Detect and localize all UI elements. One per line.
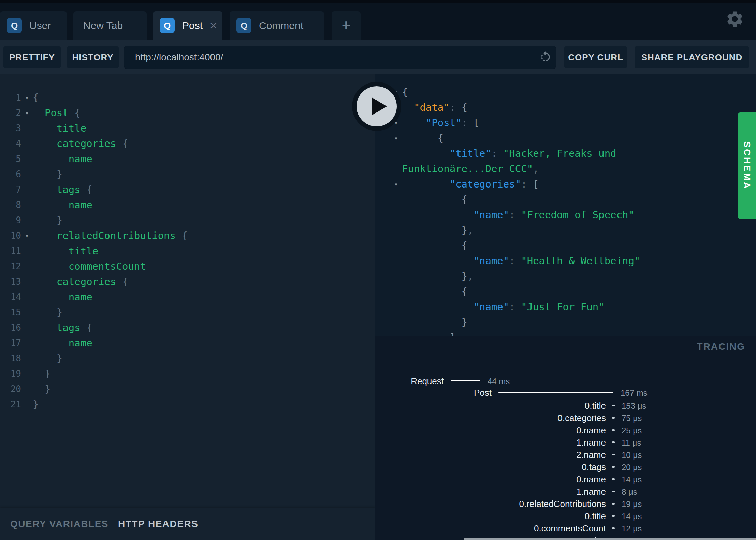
code-line: ] bbox=[375, 330, 756, 336]
tab-comment[interactable]: Q Comment bbox=[230, 11, 324, 40]
fold-spacer bbox=[21, 167, 33, 182]
fold-spacer bbox=[390, 161, 402, 177]
code-text: ] bbox=[402, 330, 455, 336]
tracing-panel: TRACING Request44 msPost167 ms0.title153… bbox=[375, 336, 756, 540]
plus-icon: + bbox=[342, 17, 351, 34]
code-text: { bbox=[402, 284, 467, 299]
code-line: 1▾{ bbox=[0, 90, 375, 105]
toolbar: PRETTIFY HISTORY COPY CURL SHARE PLAYGRO… bbox=[0, 40, 756, 74]
query-variables-tab[interactable]: QUERY VARIABLES bbox=[10, 519, 108, 529]
tracing-row: 0.title153 μs bbox=[375, 401, 756, 413]
code-text: "name": "Just For Fun" bbox=[402, 299, 605, 315]
http-headers-tab[interactable]: HTTP HEADERS bbox=[118, 519, 198, 529]
code-text: } bbox=[33, 397, 39, 412]
line-number: 15 bbox=[0, 305, 21, 320]
code-line: ▾ { bbox=[375, 131, 756, 146]
tab-user[interactable]: Q User bbox=[0, 11, 67, 40]
tracing-row: 0.relatedContributions19 μs bbox=[375, 499, 756, 511]
tracing-row: 0.name25 μs bbox=[375, 425, 756, 437]
play-icon bbox=[351, 81, 402, 132]
tracing-field-dot bbox=[612, 441, 615, 443]
fold-spacer bbox=[390, 192, 402, 207]
line-number: 19 bbox=[0, 366, 21, 381]
graphql-playground-window: Q User New Tab Q Post ✕ Q Comment + PRET… bbox=[0, 0, 756, 540]
query-badge-icon: Q bbox=[160, 18, 175, 33]
line-number: 5 bbox=[0, 151, 21, 167]
code-text: { bbox=[402, 238, 467, 253]
tracing-row: 0.name14 μs bbox=[375, 474, 756, 486]
tab-post[interactable]: Q Post ✕ bbox=[153, 11, 222, 40]
close-tab-icon[interactable]: ✕ bbox=[209, 20, 217, 31]
code-line: 4 categories { bbox=[0, 136, 375, 151]
tracing-row: 2.name10 μs bbox=[375, 450, 756, 462]
code-line: Funktionäre...Der CCC", bbox=[375, 161, 756, 177]
tracing-span-label: Post bbox=[474, 388, 492, 398]
tracing-field-value: 19 μs bbox=[622, 499, 642, 509]
code-text: } bbox=[33, 381, 50, 397]
fold-arrow-icon[interactable]: ▾ bbox=[390, 131, 402, 146]
tracing-field-dot bbox=[612, 454, 615, 455]
code-text: categories { bbox=[33, 136, 128, 151]
code-line: "name": "Just For Fun" bbox=[375, 299, 756, 315]
horizontal-scrollbar[interactable] bbox=[464, 538, 756, 540]
tracing-field-label: 0.tags bbox=[582, 462, 606, 472]
tracing-row: 0.tags20 μs bbox=[375, 462, 756, 474]
tab-new-tab[interactable]: New Tab bbox=[73, 11, 147, 40]
tracing-field-label: 0.title bbox=[585, 401, 606, 411]
code-text: "Post": [ bbox=[402, 115, 479, 131]
fold-spacer bbox=[21, 366, 33, 381]
new-tab-button[interactable]: + bbox=[332, 11, 361, 40]
code-line: 14 name bbox=[0, 289, 375, 305]
tracing-row: 0.categories75 μs bbox=[375, 413, 756, 425]
response-pane: ▾{▾ "data": {▾ "Post": [▾ { "title": "Ha… bbox=[375, 74, 756, 336]
tracing-field-value: 14 μs bbox=[622, 475, 642, 484]
gear-icon bbox=[725, 10, 744, 29]
tracing-span-value: 44 ms bbox=[488, 377, 510, 386]
code-line: 17 name bbox=[0, 335, 375, 351]
fold-spacer bbox=[390, 330, 402, 336]
code-text: name bbox=[33, 289, 92, 305]
code-line: } bbox=[375, 315, 756, 330]
code-line: }, bbox=[375, 223, 756, 238]
fold-spacer bbox=[21, 197, 33, 213]
schema-side-tab[interactable]: SCHEMA bbox=[738, 112, 756, 219]
query-editor-pane[interactable]: 1▾{2▾ Post {3 title4 categories {5 name6… bbox=[0, 74, 375, 540]
fold-spacer bbox=[390, 238, 402, 253]
settings-button[interactable] bbox=[725, 10, 744, 29]
code-line: 20 } bbox=[0, 381, 375, 397]
reload-icon bbox=[539, 50, 552, 63]
tracing-field-label: 1.name bbox=[576, 437, 606, 448]
tracing-toggle[interactable]: TRACING bbox=[697, 341, 745, 352]
execute-query-button[interactable] bbox=[351, 81, 402, 132]
query-badge-icon: Q bbox=[7, 18, 22, 33]
tracing-field-label: 0.title bbox=[585, 511, 606, 522]
fold-arrow-icon[interactable]: ▾ bbox=[21, 228, 33, 243]
tracing-field-label: 0.relatedContributions bbox=[519, 499, 606, 509]
fold-spacer bbox=[21, 320, 33, 335]
tab-label: New Tab bbox=[83, 20, 123, 31]
copy-curl-button[interactable]: COPY CURL bbox=[564, 46, 627, 68]
tracing-field-value: 14 μs bbox=[622, 512, 642, 521]
fold-arrow-icon[interactable]: ▾ bbox=[21, 90, 33, 105]
fold-spacer bbox=[390, 146, 402, 161]
share-playground-button[interactable]: SHARE PLAYGROUND bbox=[635, 46, 749, 68]
tracing-row: Request44 ms bbox=[375, 376, 756, 388]
tracing-field-dot bbox=[612, 466, 615, 468]
code-line: 21} bbox=[0, 397, 375, 412]
fold-spacer bbox=[390, 253, 402, 269]
fold-spacer bbox=[21, 381, 33, 397]
history-button[interactable]: HISTORY bbox=[67, 46, 119, 68]
tracing-field-dot bbox=[612, 478, 615, 480]
fold-spacer bbox=[21, 305, 33, 320]
fold-spacer bbox=[21, 136, 33, 151]
reload-schema-button[interactable] bbox=[535, 47, 556, 68]
code-text: "name": "Health & Wellbeing" bbox=[402, 253, 640, 269]
prettify-button[interactable]: PRETTIFY bbox=[3, 46, 61, 68]
code-text: { bbox=[402, 192, 467, 207]
fold-arrow-icon[interactable]: ▾ bbox=[390, 177, 402, 192]
tracing-row: 1.name11 μs bbox=[375, 437, 756, 450]
fold-spacer bbox=[21, 335, 33, 351]
code-line: 8 name bbox=[0, 197, 375, 213]
endpoint-input[interactable] bbox=[124, 51, 535, 63]
fold-arrow-icon[interactable]: ▾ bbox=[21, 105, 33, 121]
